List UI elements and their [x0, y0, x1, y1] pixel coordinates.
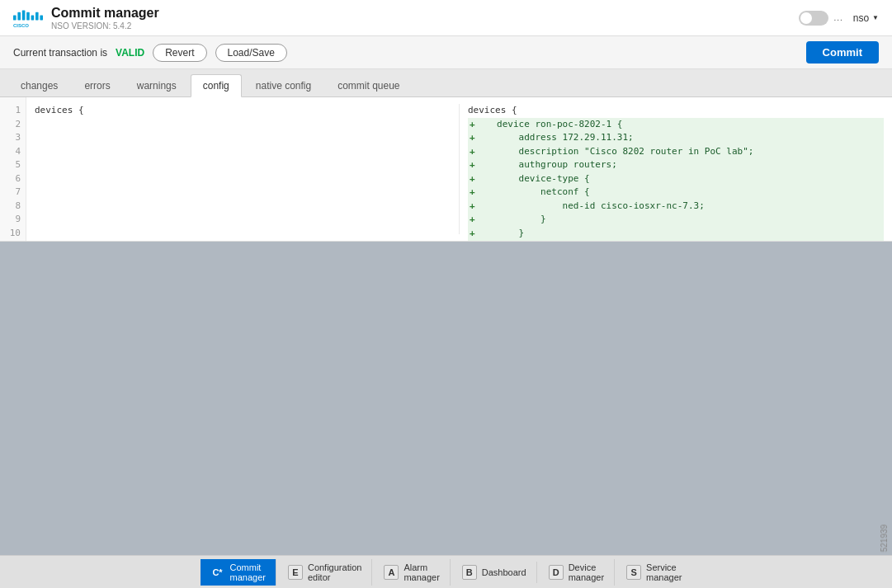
chevron-down-icon: ▼: [872, 14, 879, 21]
tab-config[interactable]: config: [191, 74, 242, 97]
taskbar-service-manager[interactable]: S Servicemanager: [616, 559, 691, 586]
svg-text:CISCO: CISCO: [13, 22, 29, 27]
taskbar-alarm-manager[interactable]: A Alarmmanager: [374, 559, 450, 586]
dashboard-label: Dashboard: [482, 567, 526, 577]
svg-rect-3: [26, 12, 30, 20]
app-title: Commit manager: [51, 5, 159, 21]
tab-changes[interactable]: changes: [8, 74, 70, 96]
taskbar-device-manager[interactable]: D Devicemanager: [539, 559, 615, 586]
taskbar: C* Commitmanager E Configurationeditor A…: [0, 555, 892, 588]
transaction-prefix: Current transaction is: [13, 47, 107, 59]
watermark: 521939: [876, 521, 892, 555]
dashboard-icon: B: [462, 565, 477, 580]
tab-commit-queue[interactable]: commit queue: [325, 74, 412, 96]
line-numbers: 1 2 3 4 5 6 7 8 9 10 11 12 13 14 15: [0, 97, 26, 241]
code-left: devices { } }: [26, 104, 459, 234]
commit-button[interactable]: Commit: [806, 41, 879, 64]
tab-native-config[interactable]: native config: [243, 74, 323, 96]
svg-rect-2: [22, 10, 26, 20]
device-manager-label: Devicemanager: [569, 562, 604, 582]
header-left: CISCO Commit manager NSO VERSION: 5.4.2: [13, 5, 159, 30]
commit-manager-label: Commitmanager: [230, 562, 266, 582]
tab-warnings[interactable]: warnings: [125, 74, 189, 96]
device-manager-icon: D: [549, 565, 564, 580]
user-label: nso: [853, 12, 869, 24]
taskbar-configuration-editor[interactable]: E Configurationeditor: [278, 559, 372, 586]
code-content: devices { } } devices { + device ron-poc…: [26, 97, 892, 241]
service-manager-label: Servicemanager: [646, 562, 682, 582]
tabs-bar: changes errors warnings config native co…: [0, 69, 892, 97]
code-panel: 1 2 3 4 5 6 7 8 9 10 11 12 13 14 15 devi…: [0, 97, 892, 242]
top-header: CISCO Commit manager NSO VERSION: 5.4.2 …: [0, 0, 892, 36]
transaction-left: Current transaction is VALID Revert Load…: [13, 44, 287, 62]
cisco-logo: CISCO: [13, 8, 43, 28]
svg-rect-0: [13, 15, 17, 20]
toggle-container: ...: [799, 11, 842, 26]
svg-rect-6: [40, 15, 43, 20]
valid-badge: VALID: [116, 47, 144, 59]
taskbar-dashboard[interactable]: B Dashboard: [452, 562, 537, 583]
taskbar-commit-manager[interactable]: C* Commitmanager: [201, 559, 276, 586]
code-right: devices { + device ron-poc-8202-1 { + ad…: [459, 104, 892, 234]
load-save-button[interactable]: Load/Save: [215, 44, 287, 62]
transaction-bar: Current transaction is VALID Revert Load…: [0, 36, 892, 69]
svg-rect-4: [31, 15, 35, 20]
alarm-manager-icon: A: [384, 565, 399, 580]
svg-rect-5: [35, 12, 39, 20]
toggle-dots: ...: [833, 13, 842, 22]
user-menu[interactable]: nso ▼: [853, 12, 879, 24]
alarm-manager-label: Alarmmanager: [404, 562, 439, 582]
tab-errors[interactable]: errors: [72, 74, 122, 96]
service-manager-icon: S: [626, 565, 641, 580]
configuration-editor-label: Configurationeditor: [308, 562, 361, 582]
app-title-block: Commit manager NSO VERSION: 5.4.2: [51, 5, 159, 30]
app-subtitle: NSO VERSION: 5.4.2: [51, 21, 159, 31]
commit-manager-icon: C*: [210, 565, 225, 580]
revert-button[interactable]: Revert: [153, 44, 206, 62]
toggle-switch[interactable]: [799, 11, 828, 26]
header-right: ... nso ▼: [799, 11, 879, 26]
configuration-editor-icon: E: [288, 565, 303, 580]
svg-rect-1: [17, 12, 21, 20]
